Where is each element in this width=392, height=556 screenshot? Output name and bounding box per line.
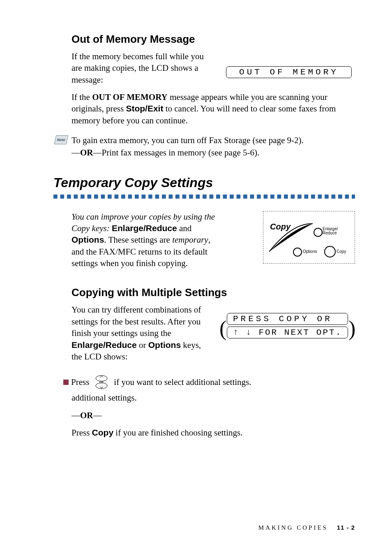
lcd-press-copy: PRESS COPY OR: [227, 313, 348, 325]
bullet-icon: [63, 380, 69, 385]
text-or-inline: or: [137, 340, 148, 350]
para-out-of-memory-action: If the OUT OF MEMORY message appears whi…: [71, 91, 355, 126]
lcd-stack: ( PRESS COPY OR ↑ ↓ FOR NEXT OPT. ): [227, 311, 348, 340]
panel-label-copy: Copy: [270, 222, 291, 232]
key-enlarge-reduce-2: Enlarge/Reduce: [71, 340, 137, 350]
button-label-copy: Copy: [92, 428, 114, 437]
key-enlarge-reduce: Enlarge/Reduce: [112, 223, 177, 233]
text-and: and: [177, 223, 192, 233]
options-button-icon: [293, 248, 302, 257]
key-options-2: Options: [148, 340, 181, 350]
text-or-bold: OR: [80, 410, 93, 420]
text-fragment: . These settings are: [104, 235, 172, 245]
text-dash: —: [71, 410, 80, 420]
text-or: OR: [80, 148, 93, 158]
note-tag-label: Note: [54, 135, 69, 144]
section-multiple-settings: Copying with Multiple Settings You can t…: [71, 286, 355, 438]
note-line-2: —OR—Print fax messages in memory (see pa…: [71, 147, 355, 158]
key-options: Options: [71, 235, 104, 244]
copy-button-icon: [324, 246, 336, 257]
lcd-next-opt: ↑ ↓ FOR NEXT OPT.: [227, 327, 348, 338]
para-multisettings: You can try different combinations of se…: [71, 304, 211, 362]
text-dash: —: [71, 148, 80, 158]
nav-keys-icon: or: [94, 375, 109, 389]
panel-label-copy-btn: Copy: [337, 249, 346, 254]
row-intro-lcd: If the memory becomes full while you are…: [71, 51, 355, 91]
text-fragment: —Print fax messages in memory (see page …: [93, 148, 260, 158]
divider-dashed: [53, 195, 355, 199]
text-fragment: You can try different combinations of se…: [71, 305, 201, 338]
text-fragment: if you are finished choosing settings.: [113, 428, 242, 438]
panel-label-enlarge-reduce: Enlarge/ Reduce: [323, 227, 338, 235]
bullet-press-nav: Press or if you want to select additiona…: [63, 375, 355, 389]
row-intro-panel: You can improve your copies by using the…: [71, 211, 355, 275]
button-label-stop-exit: Stop/Exit: [126, 104, 163, 113]
lcd-out-of-memory: OUT OF MEMORY: [226, 66, 352, 78]
heading-out-of-memory: Out of Memory Message: [71, 33, 355, 46]
heading-temporary-copy-settings: Temporary Copy Settings: [53, 175, 355, 190]
note-line-1: To gain extra memory, you can turn off F…: [71, 134, 355, 146]
text-temporary: temporary: [172, 235, 208, 245]
enlarge-reduce-button-icon: [314, 228, 323, 237]
para-press-copy: Press Copy if you are finished choosing …: [71, 427, 355, 438]
text-fragment: If the: [71, 92, 92, 102]
heading-multiple-settings: Copying with Multiple Settings: [71, 286, 355, 299]
note-block: Note To gain extra memory, you can turn …: [71, 134, 355, 159]
page-footer: MAKING COPIES 11 - 2: [258, 524, 355, 531]
text-select-additional: if you want to select additional setting…: [114, 377, 251, 387]
footer-page-number: 11 - 2: [337, 524, 355, 531]
para-temporary-intro: You can improve your copies by using the…: [71, 211, 219, 269]
copy-keys-panel: Copy Enlarge/ Reduce Options Copy: [263, 211, 355, 264]
panel-swoosh-icon: [263, 211, 355, 263]
text-or-separator: —OR—: [71, 410, 355, 421]
text-additional-settings: additional settings.: [71, 392, 355, 403]
text-press: Press: [71, 377, 89, 387]
panel-label-options: Options: [303, 249, 317, 254]
text-fragment: Press: [71, 428, 92, 438]
row-multisettings-lcd: You can try different combinations of se…: [71, 304, 355, 368]
document-page: Out of Memory Message If the memory beco…: [0, 0, 392, 556]
note-icon: Note: [55, 135, 67, 144]
text-out-of-memory: OUT OF MEMORY: [92, 92, 168, 102]
para-memory-full: If the memory becomes full while you are…: [71, 51, 210, 86]
nav-or-label: or: [94, 378, 109, 385]
footer-section: MAKING COPIES: [258, 524, 328, 531]
text-dash: —: [93, 410, 102, 420]
section-out-of-memory: Out of Memory Message If the memory beco…: [71, 33, 355, 159]
